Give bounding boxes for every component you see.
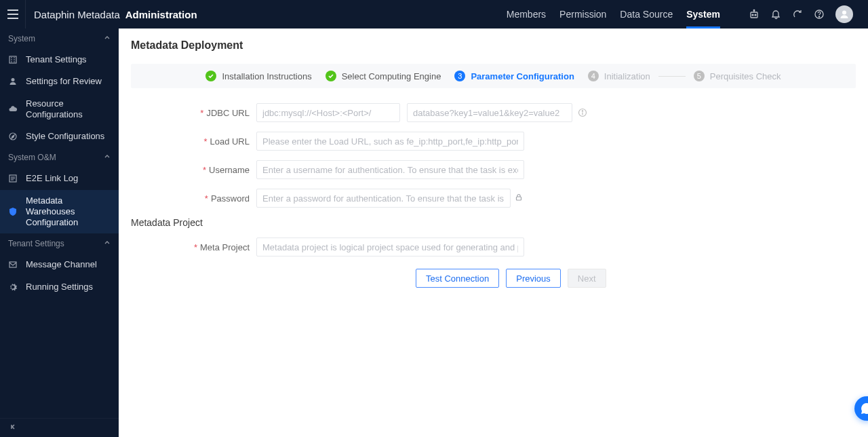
building-icon: [7, 55, 19, 64]
sidebar-group-tenant-settings[interactable]: Tenant Settings: [0, 233, 119, 254]
nav-permission-label: Permission: [559, 9, 606, 20]
bell-icon[interactable]: [770, 9, 781, 20]
label-text: Meta Project: [200, 242, 250, 252]
steps-bar: Installation Instructions Select Computi…: [131, 64, 856, 88]
label-meta-project: *Meta Project: [131, 242, 256, 252]
robot-icon[interactable]: [749, 9, 760, 20]
sidebar-item-label: Running Settings: [26, 282, 112, 292]
button-label: Test Connection: [426, 273, 489, 284]
step-number-icon: 4: [588, 71, 599, 81]
svg-point-16: [582, 111, 583, 111]
step-select-computing-engine[interactable]: Select Computing Engine: [319, 71, 448, 81]
form-area: *JDBC URL *Load URL *Username *Password: [131, 88, 856, 288]
jdbc-url-host-input[interactable]: [256, 103, 400, 122]
sidebar: System Tenant Settings Settings for Revi…: [0, 28, 119, 437]
row-username: *Username: [131, 160, 856, 179]
gear-icon: [7, 282, 19, 292]
sidebar-item-label: Style Configurations: [26, 131, 112, 142]
sidebar-item-resource-configurations[interactable]: Resource Configurations: [0, 93, 119, 126]
lock-icon: [515, 193, 523, 204]
nav-data-source[interactable]: Data Source: [620, 0, 673, 28]
step-perquisites-check: 5 Perquisites Check: [687, 71, 788, 81]
nav-system[interactable]: System: [686, 0, 720, 28]
label-text: Username: [209, 165, 250, 175]
svg-rect-17: [517, 197, 521, 200]
avatar[interactable]: [835, 5, 853, 23]
load-url-input[interactable]: [256, 132, 524, 151]
sidebar-item-label: Resource Configurations: [26, 98, 112, 121]
svg-point-8: [818, 16, 819, 17]
step-initialization: 4 Initialization: [581, 71, 657, 81]
step-label: Parameter Configuration: [471, 71, 574, 81]
svg-rect-14: [9, 262, 16, 267]
button-label: Previous: [516, 273, 551, 284]
svg-point-6: [755, 14, 756, 16]
username-input[interactable]: [256, 160, 524, 179]
sidebar-item-running-settings[interactable]: Running Settings: [0, 276, 119, 298]
hamburger-icon: [7, 10, 18, 19]
svg-point-9: [842, 11, 846, 15]
page-title: Metadata Deployment: [131, 39, 856, 52]
refresh-icon[interactable]: [792, 9, 803, 20]
label-username: *Username: [131, 165, 256, 175]
step-parameter-configuration[interactable]: 3 Parameter Configuration: [448, 71, 580, 81]
chevron-up-icon: [104, 34, 111, 43]
svg-point-5: [752, 14, 753, 16]
sidebar-item-style-configurations[interactable]: Style Configurations: [0, 126, 119, 147]
help-bubble-button[interactable]: [854, 396, 868, 421]
button-label: Next: [578, 273, 596, 284]
shield-icon: [7, 207, 19, 216]
nav-members[interactable]: Members: [507, 0, 546, 28]
top-bar: Dataphin Metadata Administration Members…: [0, 0, 868, 28]
step-number-icon: 3: [454, 71, 465, 81]
step-label: Installation Instructions: [222, 71, 311, 81]
jdbc-url-db-input[interactable]: [407, 103, 572, 122]
row-load-url: *Load URL: [131, 132, 856, 151]
brand-section: Administration: [125, 9, 197, 20]
svg-point-4: [753, 10, 755, 11]
nav-system-label: System: [686, 9, 720, 20]
password-input[interactable]: [256, 189, 511, 208]
sidebar-group-system-om[interactable]: System O&M: [0, 147, 119, 168]
previous-button[interactable]: Previous: [506, 269, 561, 288]
label-text: JDBC URL: [206, 108, 250, 118]
sidebar-item-label: Message Channel: [26, 259, 112, 270]
sidebar-item-metadata-warehouses-configuration[interactable]: Metadata Warehouses Configuration: [0, 190, 119, 234]
sidebar-item-label: Tenant Settings: [26, 54, 112, 65]
sidebar-item-tenant-settings[interactable]: Tenant Settings: [0, 49, 119, 71]
chevron-up-icon: [104, 153, 111, 162]
svg-point-11: [12, 78, 15, 81]
svg-rect-0: [7, 10, 18, 11]
sidebar-group-system[interactable]: System: [0, 28, 119, 49]
sidebar-item-e2e-link-log[interactable]: E2E Link Log: [0, 168, 119, 189]
next-button: Next: [568, 269, 606, 288]
sidebar-item-label: E2E Link Log: [26, 173, 112, 184]
help-icon[interactable]: [814, 9, 825, 20]
step-label: Perquisites Check: [710, 71, 781, 81]
step-installation-instructions[interactable]: Installation Instructions: [199, 71, 318, 81]
step-number-icon: 5: [694, 71, 705, 81]
row-password: *Password: [131, 189, 856, 208]
collapse-sidebar-icon[interactable]: [9, 423, 18, 433]
meta-project-input[interactable]: [256, 238, 524, 256]
label-text: Password: [211, 193, 250, 204]
info-icon[interactable]: [578, 108, 587, 117]
label-password: *Password: [131, 193, 256, 204]
hamburger-button[interactable]: [0, 0, 26, 28]
main-content: Metadata Deployment Installation Instruc…: [119, 28, 868, 437]
section-title-metadata-project: Metadata Project: [131, 217, 856, 228]
sidebar-item-settings-for-review[interactable]: Settings for Review: [0, 71, 119, 92]
step-connector: [658, 76, 686, 77]
test-connection-button[interactable]: Test Connection: [416, 269, 499, 288]
log-icon: [7, 174, 19, 183]
check-icon: [205, 71, 216, 81]
sidebar-group-tenant-settings-label: Tenant Settings: [8, 239, 64, 248]
mail-icon: [7, 260, 19, 269]
person-icon: [7, 77, 19, 86]
sidebar-item-message-channel[interactable]: Message Channel: [0, 254, 119, 276]
row-jdbc-url: *JDBC URL: [131, 103, 856, 122]
svg-rect-2: [7, 18, 18, 19]
brand: Dataphin Metadata Administration: [26, 9, 197, 20]
sidebar-group-system-label: System: [8, 34, 35, 43]
nav-permission[interactable]: Permission: [559, 0, 606, 28]
